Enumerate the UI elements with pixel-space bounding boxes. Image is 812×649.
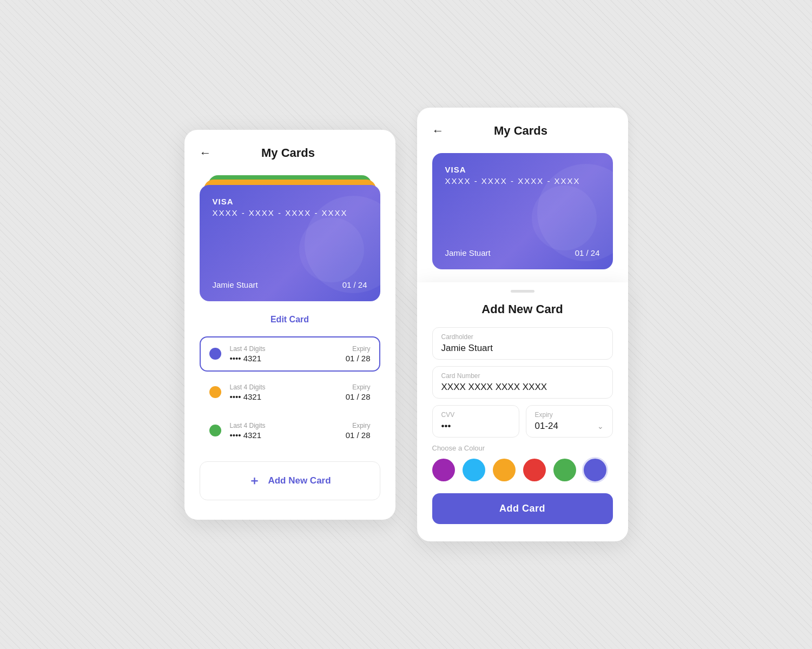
card-list-info: Last 4 Digits •••• 4321 Expiry 01 / 28 — [230, 345, 371, 363]
add-card-submit-button[interactable]: Add Card — [432, 493, 613, 524]
expiry-value: 01 / 28 — [346, 354, 371, 363]
expiry-value: 01 / 28 — [346, 431, 371, 440]
sheet-title: Add New Card — [432, 302, 613, 316]
expiry-row: 01-24 ⌄ — [535, 421, 604, 432]
expiry-label: Expiry — [346, 345, 371, 353]
last4-label: Last 4 Digits — [230, 383, 266, 391]
card-list-right: Expiry 01 / 28 — [346, 345, 371, 363]
card-holder: Jamie Stuart — [213, 280, 258, 289]
left-header: ← My Cards — [200, 146, 380, 160]
right-back-button[interactable]: ← — [432, 125, 444, 137]
last4-label: Last 4 Digits — [230, 422, 266, 429]
left-title: My Cards — [212, 146, 365, 160]
colour-purple[interactable] — [432, 459, 455, 481]
cvv-expiry-row: CVV ••• Expiry 01-24 ⌄ — [432, 405, 613, 438]
add-card-sheet: Add New Card Cardholder Jamie Stuart Car… — [417, 282, 628, 541]
expiry-label: Expiry — [346, 383, 371, 391]
colour-cyan[interactable] — [463, 459, 485, 481]
last4-label: Last 4 Digits — [230, 345, 266, 353]
card-list-item[interactable]: Last 4 Digits •••• 4321 Expiry 01 / 28 — [200, 375, 380, 410]
colour-indigo[interactable] — [584, 459, 606, 481]
chevron-down-icon[interactable]: ⌄ — [597, 422, 604, 431]
expiry-label: Expiry — [346, 422, 371, 429]
left-back-button[interactable]: ← — [200, 147, 212, 159]
cvv-value: ••• — [441, 421, 510, 432]
colour-red[interactable] — [523, 459, 546, 481]
add-card-label: Add New Card — [268, 475, 331, 486]
right-card-expiry: 01 / 24 — [575, 248, 600, 257]
cardholder-field[interactable]: Cardholder Jamie Stuart — [432, 327, 613, 360]
right-card-network: VISA — [445, 165, 600, 174]
card-list-info: Last 4 Digits •••• 4321 Expiry 01 / 28 — [230, 422, 371, 440]
card-dot-green — [209, 425, 221, 436]
card-number-label: Card Number — [441, 372, 604, 380]
right-panel: ← My Cards VISA XXXX - XXXX - XXXX - XXX… — [417, 108, 628, 541]
card-footer: Jamie Stuart 01 / 24 — [213, 280, 367, 289]
colour-options — [432, 459, 613, 481]
right-card-number: XXXX - XXXX - XXXX - XXXX — [445, 176, 600, 186]
card-network: VISA — [213, 197, 367, 206]
card-list-item[interactable]: Last 4 Digits •••• 4321 Expiry 01 / 28 — [200, 413, 380, 448]
last4-digits: •••• 4321 — [230, 431, 266, 440]
sheet-handle — [511, 290, 534, 293]
cardholder-label: Cardholder — [441, 333, 604, 341]
last4-digits: •••• 4321 — [230, 354, 266, 363]
colour-green[interactable] — [553, 459, 576, 481]
cardholder-value: Jamie Stuart — [441, 343, 604, 354]
card-stack: VISA XXXX - XXXX - XXXX - XXXX Jamie Stu… — [200, 175, 380, 305]
card-expiry: 01 / 24 — [342, 280, 367, 289]
expiry-value: 01 / 28 — [346, 392, 371, 401]
left-panel: ← My Cards VISA XXXX - XXXX - XXXX - XXX… — [184, 130, 395, 520]
right-card[interactable]: VISA XXXX - XXXX - XXXX - XXXX Jamie Stu… — [432, 153, 613, 269]
card-list: Last 4 Digits •••• 4321 Expiry 01 / 28 L… — [200, 336, 380, 452]
right-card-footer: Jamie Stuart 01 / 24 — [445, 248, 600, 257]
colour-label: Choose a Colour — [432, 444, 613, 452]
colour-orange[interactable] — [493, 459, 516, 481]
right-header: ← My Cards — [432, 124, 613, 138]
colour-section: Choose a Colour — [432, 444, 613, 481]
plus-icon: ＋ — [248, 473, 260, 489]
card-list-right: Expiry 01 / 28 — [346, 383, 371, 401]
expiry-value: 01-24 — [535, 421, 558, 432]
edit-card-button[interactable]: Edit Card — [200, 315, 380, 325]
card-number-field[interactable]: Card Number XXXX XXXX XXXX XXXX — [432, 366, 613, 399]
card-list-item[interactable]: Last 4 Digits •••• 4321 Expiry 01 / 28 — [200, 336, 380, 372]
main-card[interactable]: VISA XXXX - XXXX - XXXX - XXXX Jamie Stu… — [200, 185, 380, 301]
right-card-holder: Jamie Stuart — [445, 248, 491, 257]
card-list-right: Expiry 01 / 28 — [346, 422, 371, 440]
card-list-left: Last 4 Digits •••• 4321 — [230, 422, 266, 440]
cvv-label: CVV — [441, 411, 510, 419]
expiry-label: Expiry — [535, 411, 604, 419]
card-number-value: XXXX XXXX XXXX XXXX — [441, 382, 604, 393]
card-list-info: Last 4 Digits •••• 4321 Expiry 01 / 28 — [230, 383, 371, 401]
card-dot-purple — [209, 348, 221, 360]
last4-digits: •••• 4321 — [230, 392, 266, 401]
expiry-field[interactable]: Expiry 01-24 ⌄ — [526, 405, 613, 438]
right-title: My Cards — [444, 124, 598, 138]
card-dot-orange — [209, 386, 221, 398]
cvv-field[interactable]: CVV ••• — [432, 405, 519, 438]
card-list-left: Last 4 Digits •••• 4321 — [230, 345, 266, 363]
add-new-card-button[interactable]: ＋ Add New Card — [200, 461, 380, 500]
card-number: XXXX - XXXX - XXXX - XXXX — [213, 208, 367, 217]
right-top-section: ← My Cards VISA XXXX - XXXX - XXXX - XXX… — [417, 108, 628, 282]
card-list-left: Last 4 Digits •••• 4321 — [230, 383, 266, 401]
